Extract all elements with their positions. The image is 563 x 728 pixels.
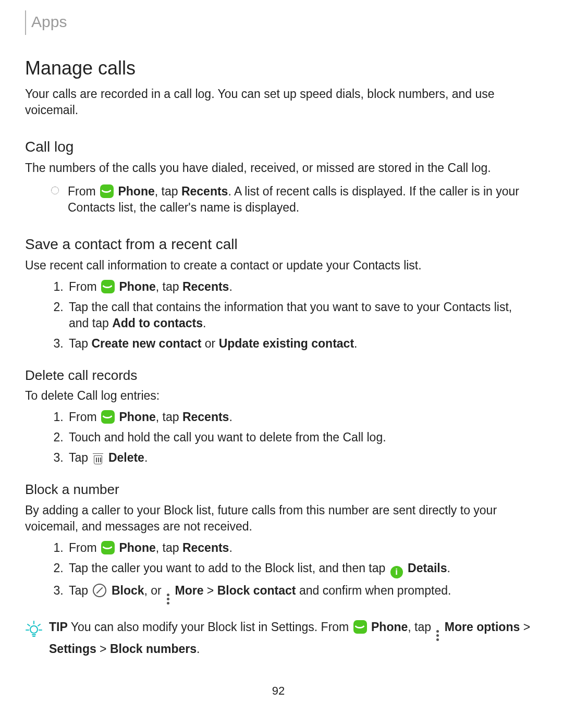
list-item: Tap Create new contact or Update existin… <box>67 336 532 352</box>
block-icon <box>93 584 106 597</box>
save-contact-desc: Use recent call information to create a … <box>25 257 532 274</box>
tip-callout: TIP You can also modify your Block list … <box>25 619 532 657</box>
page-number: 92 <box>25 683 532 699</box>
block-number-steps: From Phone, tap Recents. Tap the caller … <box>25 540 532 604</box>
list-item: From Phone, tap Recents. <box>67 540 532 556</box>
delete-records-steps: From Phone, tap Recents. Touch and hold … <box>25 409 532 466</box>
more-options-icon <box>436 630 439 641</box>
list-item: Touch and hold the call you want to dele… <box>67 429 532 446</box>
section-block-number: Block a number <box>25 480 532 499</box>
call-log-steps: From Phone, tap Recents. A list of recen… <box>25 183 532 216</box>
section-delete-records: Delete call records <box>25 366 532 385</box>
page-title: Manage calls <box>25 56 532 81</box>
list-item: Tap the call that contains the informati… <box>67 299 532 331</box>
breadcrumb-text: Apps <box>31 13 67 30</box>
breadcrumb: Apps <box>25 10 532 35</box>
svg-point-0 <box>30 626 38 633</box>
phone-app-icon <box>353 620 367 634</box>
svg-line-2 <box>28 624 30 626</box>
list-item: From Phone, tap Recents. <box>67 279 532 295</box>
list-item: From Phone, tap Recents. <box>67 409 532 425</box>
tip-text: TIP You can also modify your Block list … <box>49 619 532 657</box>
phone-app-icon <box>101 410 115 424</box>
phone-app-icon <box>101 280 115 293</box>
save-contact-steps: From Phone, tap Recents. Tap the call th… <box>25 279 532 352</box>
list-item: Tap Delete. <box>67 450 532 466</box>
section-call-log: Call log <box>25 137 532 157</box>
trash-icon <box>93 453 103 464</box>
more-options-icon <box>167 594 169 604</box>
svg-line-3 <box>38 624 40 626</box>
phone-app-icon <box>101 541 115 554</box>
phone-app-icon <box>100 184 114 198</box>
list-item: From Phone, tap Recents. A list of recen… <box>51 183 532 216</box>
intro-text: Your calls are recorded in a call log. Y… <box>25 86 532 118</box>
block-number-desc: By adding a caller to your Block list, f… <box>25 502 532 535</box>
call-log-desc: The numbers of the calls you have dialed… <box>25 160 532 176</box>
list-item: Tap Block, or More > Block contact and c… <box>67 583 532 604</box>
delete-records-desc: To delete Call log entries: <box>25 388 532 404</box>
section-save-contact: Save a contact from a recent call <box>25 235 532 254</box>
info-icon: i <box>390 566 403 578</box>
lightbulb-icon <box>25 620 43 638</box>
list-item: Tap the caller you want to add to the Bl… <box>67 560 532 578</box>
